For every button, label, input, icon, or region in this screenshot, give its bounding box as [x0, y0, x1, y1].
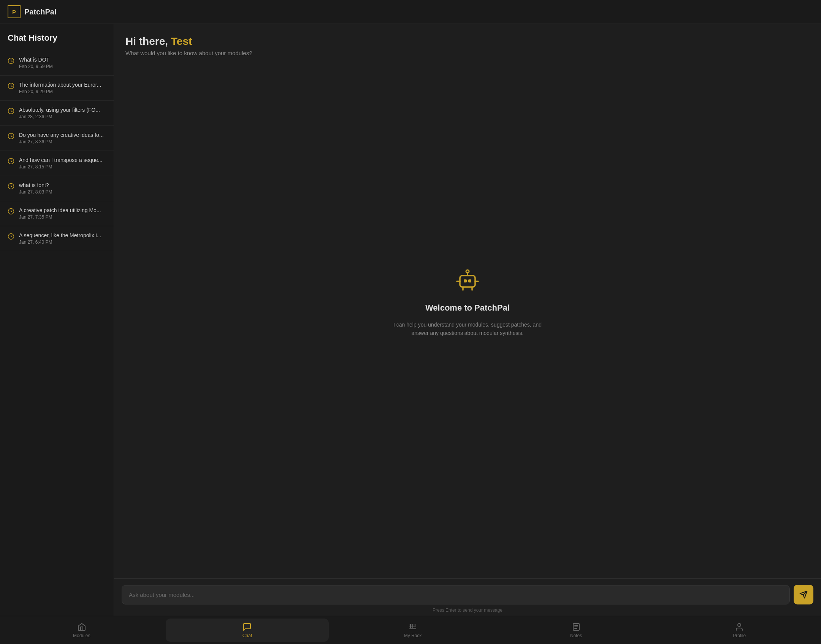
nav-label-notes: Notes	[570, 633, 582, 638]
history-item[interactable]: The information about your Euror... Feb …	[0, 76, 114, 101]
send-button[interactable]	[794, 585, 813, 604]
history-item-date: Jan 27, 8:15 PM	[19, 164, 106, 170]
robot-icon	[452, 265, 483, 295]
chat-area: Hi there, Test What would you like to kn…	[114, 24, 821, 616]
history-item-title: what is font?	[19, 182, 106, 188]
history-item-text: A creative patch idea utilizing Mo... Ja…	[19, 207, 106, 220]
history-item[interactable]: what is font? Jan 27, 8:03 PM	[0, 176, 114, 201]
logo-name: PatchPal	[24, 8, 56, 16]
app-header: P PatchPal	[0, 0, 821, 24]
profile-icon	[735, 622, 744, 631]
main-layout: Chat History What is DOT Feb 20, 9:59 PM…	[0, 24, 821, 616]
home-icon	[77, 622, 86, 631]
chat-greeting: Hi there, Test	[125, 35, 252, 48]
history-item-title: A sequencer, like the Metropolix i...	[19, 232, 106, 238]
history-item-text: What is DOT Feb 20, 9:59 PM	[19, 57, 106, 69]
clock-icon	[8, 82, 14, 89]
history-item-title: The information about your Euror...	[19, 82, 106, 88]
clock-icon	[8, 208, 14, 215]
svg-rect-8	[460, 276, 475, 287]
chat-messages: Hi there, Test What would you like to kn…	[114, 24, 821, 578]
history-item-date: Jan 27, 7:35 PM	[19, 214, 106, 220]
chat-history-title: Chat History	[0, 24, 114, 51]
svg-point-29	[738, 623, 741, 627]
chat-icon	[242, 622, 252, 631]
clock-icon	[8, 183, 14, 190]
nav-item-chat[interactable]: Chat	[166, 619, 329, 642]
history-item-date: Feb 20, 9:59 PM	[19, 64, 106, 69]
history-item-text: And how can I transpose a seque... Jan 2…	[19, 157, 106, 170]
logo-letter: P	[12, 9, 16, 15]
history-item[interactable]: A sequencer, like the Metropolix i... Ja…	[0, 226, 114, 251]
chat-hint: Press Enter to send your message	[122, 608, 813, 613]
history-item[interactable]: And how can I transpose a seque... Jan 2…	[0, 151, 114, 176]
history-item[interactable]: Do you have any creative ideas fo... Jan…	[0, 126, 114, 151]
chat-input[interactable]	[122, 585, 790, 604]
history-item-date: Feb 20, 9:29 PM	[19, 89, 106, 94]
nav-item-profile[interactable]: Profile	[658, 616, 821, 644]
chat-input-area: Press Enter to send your message	[114, 578, 821, 616]
history-item-text: A sequencer, like the Metropolix i... Ja…	[19, 232, 106, 245]
history-item[interactable]: A creative patch idea utilizing Mo... Ja…	[0, 201, 114, 226]
clock-icon	[8, 133, 14, 140]
history-item-text: The information about your Euror... Feb …	[19, 82, 106, 94]
notes-icon	[572, 622, 581, 631]
history-item-title: Absolutely, using your filters (FO...	[19, 107, 106, 113]
nav-label-profile: Profile	[733, 633, 746, 638]
history-item-date: Jan 27, 6:40 PM	[19, 240, 106, 245]
history-item-text: Do you have any creative ideas fo... Jan…	[19, 132, 106, 144]
nav-item-modules[interactable]: Modules	[0, 616, 163, 644]
chat-username: Test	[171, 35, 192, 47]
rack-icon	[408, 622, 417, 631]
nav-item-my-rack[interactable]: My Rack	[331, 616, 495, 644]
logo-box: P	[8, 5, 21, 18]
clock-icon	[8, 108, 14, 114]
history-item[interactable]: What is DOT Feb 20, 9:59 PM	[0, 51, 114, 76]
nav-label-modules: Modules	[73, 633, 90, 638]
svg-point-12	[466, 270, 469, 273]
nav-label-my-rack: My Rack	[404, 633, 422, 638]
nav-item-notes[interactable]: Notes	[495, 616, 658, 644]
chat-subtitle: What would you like to know about your m…	[125, 50, 252, 56]
clock-icon	[8, 158, 14, 165]
clock-icon	[8, 233, 14, 240]
history-item-title: Do you have any creative ideas fo...	[19, 132, 106, 138]
welcome-title: Welcome to PatchPal	[425, 303, 510, 313]
history-item-date: Jan 27, 8:03 PM	[19, 189, 106, 195]
history-item[interactable]: Absolutely, using your filters (FO... Ja…	[0, 101, 114, 126]
chat-input-row	[122, 585, 813, 604]
svg-rect-10	[468, 279, 471, 282]
history-item-text: what is font? Jan 27, 8:03 PM	[19, 182, 106, 195]
chat-header-text: Hi there, Test What would you like to kn…	[125, 35, 252, 56]
bottom-nav: Modules Chat My Rack Notes	[0, 616, 821, 644]
history-item-title: A creative patch idea utilizing Mo...	[19, 207, 106, 213]
history-item-date: Jan 28, 2:36 PM	[19, 114, 106, 119]
history-item-text: Absolutely, using your filters (FO... Ja…	[19, 107, 106, 119]
history-item-title: And how can I transpose a seque...	[19, 157, 106, 163]
history-item-title: What is DOT	[19, 57, 106, 63]
svg-rect-9	[464, 279, 467, 282]
nav-label-chat: Chat	[242, 633, 252, 638]
welcome-desc: I can help you understand your modules, …	[391, 320, 544, 338]
welcome-center: Welcome to PatchPal I can help you under…	[391, 265, 544, 338]
sidebar: Chat History What is DOT Feb 20, 9:59 PM…	[0, 24, 114, 616]
send-icon	[799, 590, 808, 599]
clock-icon	[8, 57, 14, 64]
history-item-date: Jan 27, 8:36 PM	[19, 139, 106, 144]
chat-history-list: What is DOT Feb 20, 9:59 PM The informat…	[0, 51, 114, 616]
